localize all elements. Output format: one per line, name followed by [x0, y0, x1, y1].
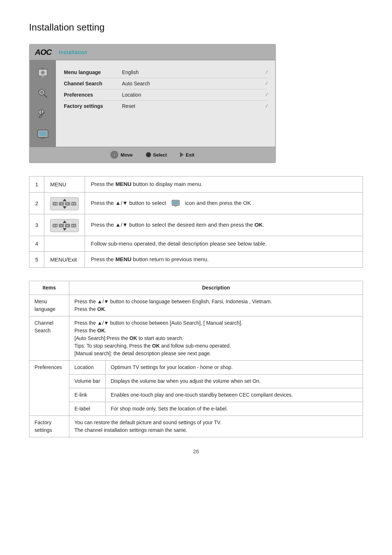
desc-header-description: Description [69, 281, 363, 295]
small-tv-icon [170, 198, 181, 208]
step-label: ◄◄ ● ► ►► [44, 192, 85, 214]
desc-row: Menu language Press the ▲/▼ button to ch… [29, 295, 363, 316]
tv-sidebar-icon-3 [35, 106, 50, 121]
desc-description: Displays the volume bar when you adjust … [106, 374, 363, 388]
tv-menu-row: Preferences Location ∕ [64, 89, 267, 101]
step-description: Press the MENU button to display main me… [85, 177, 363, 193]
step-description: Press the ▲/▼ button to select the desir… [85, 214, 363, 236]
desc-sub-item: Location [69, 360, 106, 374]
tv-menu-label: Factory settings [64, 103, 122, 109]
step-label: MENU/Exit [44, 252, 85, 268]
desc-item: Channel Search [29, 316, 69, 360]
tv-menu-label: Menu language [64, 69, 122, 75]
step-number: 4 [29, 236, 44, 252]
desc-row: Channel Search Press the ▲/▼ button to c… [29, 316, 363, 360]
aoc-logo: AOC [35, 48, 52, 57]
step-number: 2 [29, 192, 44, 214]
step-row: 4 Follow sub-menu operated, the detail d… [29, 236, 363, 252]
step-row: 5 MENU/Exit Press the MENU button return… [29, 252, 363, 268]
tv-menu-value: English [122, 69, 266, 75]
tv-menu-arrow: ∕ [266, 70, 267, 75]
desc-header-items: Items [29, 281, 69, 295]
page-title: Installation setting [29, 22, 363, 33]
tv-sidebar [30, 60, 56, 147]
tv-menu-row: Channel Search Auto Search ∕ [64, 78, 267, 89]
tv-menu-value: Location [122, 92, 266, 98]
step-number: 1 [29, 177, 44, 193]
step-label: MENU [44, 177, 85, 193]
step-description: Press the ▲/▼ button to select icon and … [85, 192, 363, 214]
tv-menu-value: Reset [122, 103, 266, 109]
step-row: 3 ◄◄ ● ► ►► Press the ▲/▼ button to sele… [29, 214, 363, 236]
svg-point-11 [40, 116, 42, 118]
step-number: 3 [29, 214, 44, 236]
desc-row: E-label For shop mode only, Sets the loc… [29, 402, 363, 416]
select-label: Select [153, 152, 167, 158]
desc-description: Enables one-touch play and one-touch sta… [106, 388, 363, 402]
desc-description: Press the ▲/▼ button to choose language … [69, 295, 363, 316]
step-row: 1 MENU Press the MENU button to display … [29, 177, 363, 193]
tv-menu-row: Menu language English ∕ [64, 67, 267, 78]
tv-sidebar-icon-4 [35, 126, 50, 142]
tv-menu-label: Channel Search [64, 81, 122, 86]
step-label: ◄◄ ● ► ►► [44, 214, 85, 236]
desc-row: Preferences Location Optimum TV settings… [29, 360, 363, 374]
step-row: 2 ◄◄ ● ► ►► Press the ▲/▼ button to sele… [29, 192, 363, 214]
description-table: Items Description Menu language Press th… [29, 281, 363, 437]
desc-row: Volume bar Displays the volume bar when … [29, 374, 363, 388]
tv-ui-screenshot: AOC Installation [29, 44, 276, 163]
svg-rect-13 [39, 131, 47, 136]
desc-item: Menu language [29, 295, 69, 316]
step-description: Press the MENU button return to previous… [85, 252, 363, 268]
svg-point-1 [41, 71, 45, 74]
tv-footer: ↕ Move Select Exit [30, 147, 275, 162]
exit-label: Exit [186, 152, 195, 158]
desc-sub-item: Volume bar [69, 374, 106, 388]
desc-description: You can restore the default picture and … [69, 416, 363, 437]
tv-menu-arrow: ∕ [266, 92, 267, 97]
step-description: Follow sub-menu operated, the detail des… [85, 236, 363, 252]
svg-line-7 [44, 94, 47, 97]
exit-icon [180, 152, 184, 157]
step-number: 5 [29, 252, 44, 268]
svg-point-6 [40, 91, 43, 94]
desc-description: For shop mode only, Sets the location of… [106, 402, 363, 416]
desc-item: Preferences [29, 360, 69, 416]
tv-menu-label: Preferences [64, 92, 122, 98]
nav-button-icon: ◄◄ ● ► ►► [50, 219, 79, 232]
svg-rect-4 [41, 76, 44, 77]
tv-menu-arrow: ∕ [266, 81, 267, 86]
desc-description: Press the ▲/▼ button to choose between [… [69, 316, 363, 360]
tv-menu-value: Auto Search [122, 81, 266, 86]
tv-menu-content: Menu language English ∕ Channel Search A… [56, 60, 275, 147]
desc-sub-item: E-label [69, 402, 106, 416]
tv-sidebar-icon-2 [35, 86, 50, 101]
tv-sidebar-icon-1 [35, 65, 50, 81]
desc-item: Factory settings [29, 416, 69, 437]
desc-sub-item: E-link [69, 388, 106, 402]
move-icon: ↕ [110, 151, 118, 159]
tv-section-title: Installation [59, 49, 87, 55]
svg-rect-15 [173, 201, 179, 204]
tv-menu-arrow: ∕ [266, 104, 267, 109]
nav-button-icon: ◄◄ ● ► ►► [50, 197, 79, 210]
desc-row: Factory settings You can restore the def… [29, 416, 363, 437]
move-label: Move [121, 152, 132, 158]
desc-row: E-link Enables one-touch play and one-to… [29, 388, 363, 402]
desc-description: Optimum TV settings for your location - … [106, 360, 363, 374]
steps-table: 1 MENU Press the MENU button to display … [29, 176, 363, 268]
select-icon [146, 152, 151, 157]
step-label [44, 236, 85, 252]
page-number: 26 [29, 448, 363, 454]
tv-menu-row: Factory settings Reset ∕ [64, 101, 267, 112]
